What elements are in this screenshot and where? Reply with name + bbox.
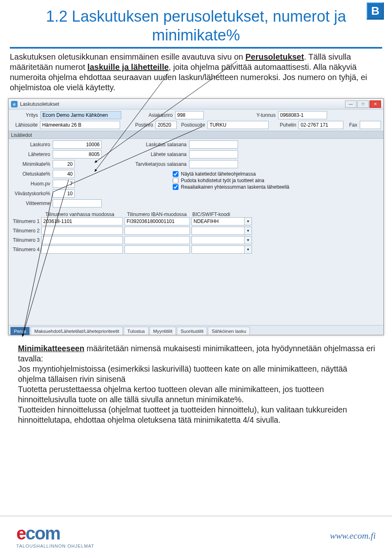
huompv-input[interactable] (53, 180, 75, 188)
tili4-bic[interactable] (192, 245, 245, 254)
close-button[interactable]: ✕ (370, 100, 381, 108)
lahiosoite-label: Lähiosoite (11, 122, 38, 128)
oletuskate-label: Oletuskate% (11, 171, 50, 177)
checkbox-reaali-box[interactable] (173, 184, 178, 190)
app-icon: e (11, 101, 18, 107)
footer-url: www.ecom.fi (330, 530, 376, 541)
postiosoite-label: Postiosoite (179, 122, 205, 128)
postiosoite-input[interactable] (207, 121, 269, 129)
minimikate-input[interactable] (53, 160, 75, 168)
tab-perus[interactable]: Perus (10, 327, 30, 335)
tili4-label: Tilinumero 4 (11, 247, 40, 252)
lahete-pw-input[interactable] (189, 150, 238, 158)
tili1-label: Tilinumero 1 (11, 218, 40, 224)
viivkorko-label: Viivästyskorko% (11, 191, 50, 196)
tili3-bic[interactable] (192, 236, 245, 244)
tili4-old[interactable] (41, 245, 123, 254)
tili3-bic-dropdown[interactable]: ▾ (245, 236, 252, 244)
checkbox-katetiedot-label: Näytä katetiedot läheteohjelmassa (181, 171, 256, 177)
tilihead-bic: BIC/SWIFT-koodi (191, 212, 252, 217)
minimikate-label: Minimikate% (11, 161, 50, 167)
tili3-old[interactable] (41, 236, 123, 244)
intro-perus: Perusoletukset (245, 52, 304, 61)
fax-input[interactable] (360, 121, 381, 129)
tili2-label: Tilinumero 2 (11, 228, 40, 234)
tab-sahkoinen[interactable]: Sähköinen lasku (208, 327, 249, 335)
logo-e: e (16, 523, 25, 543)
viivkorko-input[interactable] (53, 189, 75, 198)
tilihead-vanhassa: Tilinumero vanhassa muodossa (44, 212, 125, 217)
body-p2: Jos myyntiohjelmistoissa (esimerkiksi la… (18, 364, 347, 383)
tili3-label: Tilinumero 3 (11, 237, 40, 243)
tili1-bic-dropdown[interactable]: ▾ (245, 217, 252, 225)
tili3-iban[interactable] (125, 236, 190, 244)
body-p4: Tuotteiden hinnoittelussa (ohjelmat tuot… (18, 405, 347, 424)
body-p3: Tuotetta perustettaessa ohjelma kertoo t… (18, 385, 324, 404)
checkbox-pudota[interactable]: Pudota kohdistetut työt ja tuotteet aina (173, 177, 381, 184)
tili4-iban[interactable] (125, 245, 190, 254)
yritys-input[interactable] (40, 111, 121, 119)
fax-label: Fax (346, 122, 357, 128)
tarjous-pw-label: Tarviketarjous salasana (129, 161, 187, 167)
tili4-bic-dropdown[interactable]: ▾ (245, 245, 252, 254)
tabs-bar: Perus Maksuehdot/Lähetetilat/Läheteprior… (9, 325, 383, 335)
viitteemme-input[interactable] (53, 199, 102, 207)
laskunro-label: Laskunro (11, 142, 50, 147)
tili1-old[interactable] (41, 217, 123, 225)
window-titlebar: e Laskutusoletukset — □ ✕ (9, 99, 383, 109)
body-mk: Minimikatteeseen (18, 344, 85, 353)
laskutus-pw-input[interactable] (189, 140, 238, 149)
ytunnus-label: Y-tunnus (206, 112, 276, 118)
intro-t1: Laskutuksen oletusikkunan ensimmäinen es… (10, 52, 245, 61)
intro-paragraph: Laskutuksen oletusikkunan ensimmäinen es… (10, 52, 382, 93)
lahetenro-input[interactable] (53, 150, 102, 158)
tab-maksuehdot[interactable]: Maksuehdot/Lähetetilat/Läheteprioriteeti… (31, 327, 123, 335)
postinro-label: Postinro (122, 122, 153, 128)
oletuskate-input[interactable] (53, 170, 75, 178)
section-lisatiedot: Lisätiedot (9, 131, 383, 139)
tili2-iban[interactable] (125, 227, 190, 235)
laskutus-pw-label: Laskutus salasana (129, 142, 187, 147)
lahiosoite-input[interactable] (40, 121, 120, 129)
tili1-bic[interactable] (192, 217, 245, 225)
tab-myyntitilit[interactable]: Myyntitilit (149, 327, 176, 335)
lahetenro-label: Lähetenro (11, 152, 50, 157)
tili2-bic-dropdown[interactable]: ▾ (245, 227, 252, 235)
tili2-bic[interactable] (192, 227, 245, 235)
tili2-old[interactable] (41, 227, 123, 235)
tab-tulostus[interactable]: Tulostus (124, 327, 149, 335)
checkbox-pudota-box[interactable] (173, 178, 178, 183)
laskunro-input[interactable] (53, 140, 102, 149)
lahete-pw-label: Lähete salasana (129, 152, 187, 157)
intro-laskuille: laskuille ja (87, 62, 131, 71)
viitteemme-label: Viitteemme (11, 201, 50, 206)
footer: ecom TALOUSHALLINNON OHJELMAT www.ecom.f… (0, 516, 392, 555)
window-title: Laskutusoletukset (20, 101, 343, 107)
puhelin-label: Puhelin (271, 122, 296, 128)
maximize-button[interactable]: □ (357, 100, 369, 108)
tili1-iban[interactable] (125, 217, 190, 225)
huompv-label: Huom.pv (11, 181, 50, 187)
ecom-logo: ecom TALOUSHALLINNON OHJELMAT (16, 523, 94, 548)
body-paragraph: Minimikatteeseen määritetään nimensä muk… (10, 335, 382, 425)
checkbox-reaali[interactable]: Reaaliaikainen yhteissumman laskenta läh… (173, 184, 381, 190)
checkbox-katetiedot[interactable]: Näytä katetiedot läheteohjelmassa (173, 171, 381, 177)
minimize-button[interactable]: — (345, 100, 356, 108)
logo-com: com (25, 523, 60, 543)
asiakasnro-input[interactable] (175, 111, 204, 119)
puhelin-input[interactable] (298, 121, 343, 129)
checkbox-katetiedot-box[interactable] (173, 171, 178, 177)
asiakasnro-label: Asiakasnro (124, 112, 173, 118)
yritys-label: Yritys (11, 112, 38, 118)
tab-suoritustilit[interactable]: Suoritustilit (177, 327, 207, 335)
ytunnus-input[interactable] (278, 111, 327, 119)
tilihead-iban: Tilinumero IBAN-muodossa (125, 212, 191, 217)
logo-sub: TALOUSHALLINNON OHJELMAT (16, 544, 94, 548)
checkbox-pudota-label: Pudota kohdistetut työt ja tuotteet aina (181, 178, 264, 183)
screenshot-window: e Laskutusoletukset — □ ✕ Yritys Asiakas… (8, 98, 384, 335)
page-title: 1.2 Laskutuksen perusoletukset, numerot … (10, 7, 382, 49)
intro-lahetteille: lähetteille (131, 62, 169, 71)
checkbox-reaali-label: Reaaliaikainen yhteissumman laskenta läh… (181, 184, 290, 190)
tarjous-pw-input[interactable] (189, 160, 238, 168)
postinro-input[interactable] (156, 121, 177, 129)
